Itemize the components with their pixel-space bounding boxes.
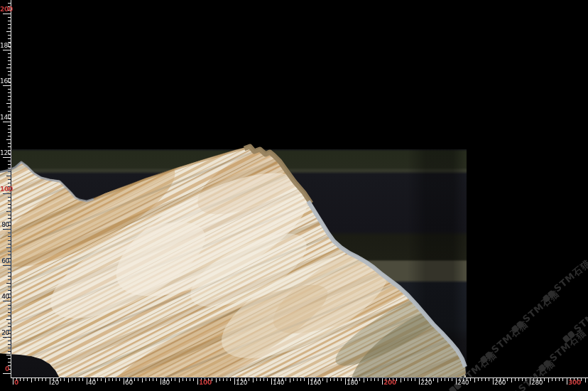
slab-image[interactable] bbox=[0, 0, 588, 391]
stm-cat-logo-icon bbox=[448, 381, 462, 391]
slab-viewer-canvas[interactable]: STM石猫 STM石猫 STM石猫 STM石猫 STM石猫 STM石猫 STM石… bbox=[0, 0, 588, 391]
